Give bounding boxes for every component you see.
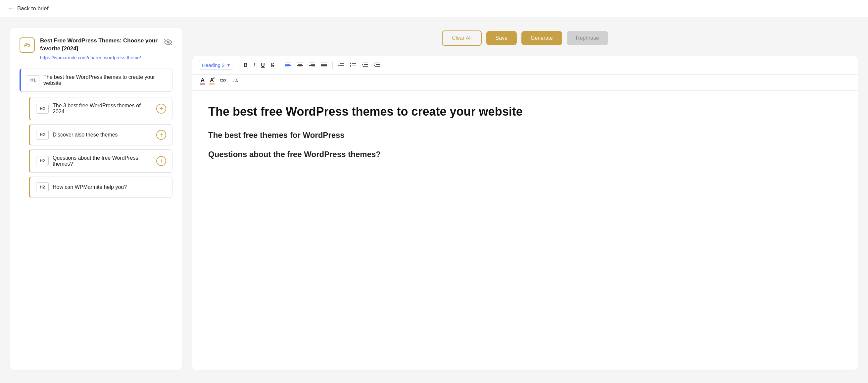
align-right-button[interactable] xyxy=(307,61,317,69)
table-row: H2 Discover also these themes + xyxy=(29,124,173,145)
editor-toolbar-row: Clear All Save Generate Rephrase xyxy=(192,27,858,49)
h2-badge: H2 xyxy=(36,182,49,192)
toolbar-separator-3 xyxy=(332,62,333,69)
left-panel: #5 Best Free WordPress Themes: Choose yo… xyxy=(10,27,182,371)
bold-button[interactable]: B xyxy=(242,61,250,69)
toolbar-separator-2 xyxy=(280,62,280,69)
editor-h1-content[interactable]: The best free WordPress themes to create… xyxy=(208,104,842,119)
rephrase-button[interactable]: Rephrase xyxy=(567,31,608,45)
svg-text:1.: 1. xyxy=(338,63,341,66)
h2-list: H2 The 3 best free WordPress themes of 2… xyxy=(29,97,173,198)
formatting-toolbar: Heading 2 ▼ B I U S xyxy=(192,56,858,75)
back-arrow-icon: ← xyxy=(8,5,14,12)
h2-add-button-0[interactable]: + xyxy=(156,104,166,114)
underline-button[interactable]: U xyxy=(259,61,267,69)
editor-h2-1-content[interactable]: The best free themes for WordPress xyxy=(208,129,842,141)
right-panel: Clear All Save Generate Rephrase Heading… xyxy=(192,27,858,371)
editor-content[interactable]: The best free WordPress themes to create… xyxy=(192,91,858,181)
justify-button[interactable] xyxy=(319,61,329,69)
table-row: H2 How can WPMarmite help you? xyxy=(29,177,173,198)
main-layout: #5 Best Free WordPress Themes: Choose yo… xyxy=(0,17,868,380)
h2-text: How can WPMarmite help you? xyxy=(53,184,166,190)
h2-badge: H2 xyxy=(36,130,49,140)
unordered-list-button[interactable] xyxy=(348,61,358,69)
generate-button[interactable]: Generate xyxy=(521,31,562,45)
h1-badge: H1 xyxy=(27,75,39,85)
font-color-bar xyxy=(200,84,205,85)
chevron-down-icon: ▼ xyxy=(226,63,230,67)
svg-line-31 xyxy=(236,79,238,82)
save-button[interactable]: Save xyxy=(486,31,517,45)
strikethrough-button[interactable]: S xyxy=(269,61,276,69)
table-row: H2 Questions about the free WordPress th… xyxy=(29,149,173,173)
heading-selector-label: Heading 2 xyxy=(202,62,224,68)
h2-text: Questions about the free WordPress theme… xyxy=(53,155,152,167)
h2-text: The 3 best free WordPress themes of 2024 xyxy=(53,103,152,115)
article-url-link[interactable]: https://wpmarmite.com/en/free-wordpress-… xyxy=(40,55,141,60)
toolbar-separator-1 xyxy=(238,62,238,69)
highlight-color-bar xyxy=(209,84,215,85)
h2-add-button-2[interactable]: + xyxy=(156,156,166,166)
editor-h2-2-content[interactable]: Questions about the free WordPress theme… xyxy=(208,149,842,160)
formatting-toolbar-row2: A A xyxy=(192,75,858,91)
h1-text: The best free WordPress themes to create… xyxy=(43,74,166,86)
list-indent-button[interactable] xyxy=(360,61,370,69)
table-row: H2 The 3 best free WordPress themes of 2… xyxy=(29,97,173,120)
insert-link-button[interactable] xyxy=(217,77,228,85)
align-left-button[interactable] xyxy=(283,61,293,69)
h2-text: Discover also these themes xyxy=(53,132,152,138)
editor-area: Heading 2 ▼ B I U S xyxy=(192,56,858,371)
heading-selector[interactable]: Heading 2 ▼ xyxy=(199,61,234,69)
svg-point-20 xyxy=(350,63,351,64)
clear-formatting-button[interactable]: T xyxy=(230,76,240,86)
back-to-brief-label: Back to brief xyxy=(17,5,49,12)
svg-point-21 xyxy=(350,65,351,67)
h1-row: H1 The best free WordPress themes to cre… xyxy=(20,68,173,92)
article-header: #5 Best Free WordPress Themes: Choose yo… xyxy=(20,37,173,61)
clear-all-button[interactable]: Clear All xyxy=(442,30,482,46)
italic-button[interactable]: I xyxy=(252,61,257,69)
article-title: Best Free WordPress Themes: Choose your … xyxy=(40,37,159,53)
list-outdent-button[interactable] xyxy=(372,61,382,69)
highlight-color-button[interactable]: A xyxy=(208,77,216,86)
ordered-list-button[interactable]: 1. xyxy=(336,61,346,69)
font-color-button[interactable]: A xyxy=(199,77,206,86)
h2-add-button-1[interactable]: + xyxy=(156,130,166,140)
article-number-badge: #5 xyxy=(20,37,35,53)
h2-badge: H2 xyxy=(36,104,49,114)
article-info: Best Free WordPress Themes: Choose your … xyxy=(40,37,159,61)
h2-badge: H2 xyxy=(36,156,49,166)
visibility-toggle-icon[interactable] xyxy=(164,39,173,48)
back-to-brief-link[interactable]: ← Back to brief xyxy=(8,5,49,12)
top-bar: ← Back to brief xyxy=(0,0,868,17)
align-center-button[interactable] xyxy=(295,61,305,69)
